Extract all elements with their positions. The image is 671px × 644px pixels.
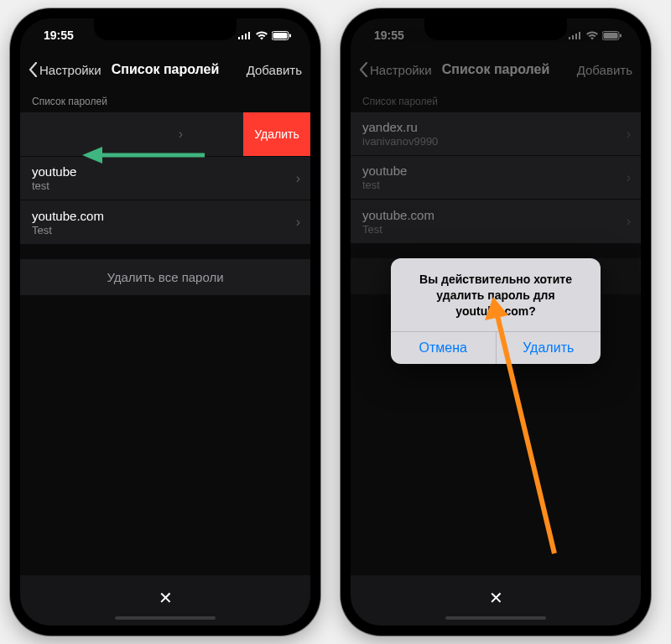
battery-icon xyxy=(272,31,292,40)
chevron-right-icon: › xyxy=(296,171,300,186)
alert-cancel-button[interactable]: Отмена xyxy=(391,332,497,364)
wifi-icon xyxy=(255,31,268,40)
row-subtitle: test xyxy=(32,179,299,192)
nav-back-label: Настройки xyxy=(39,63,101,77)
bottom-toolbar: ✕ xyxy=(20,575,310,626)
row-title: youtube.com xyxy=(32,209,299,223)
alert-confirm-button[interactable]: Удалить xyxy=(497,332,601,364)
signal-icon xyxy=(238,31,252,39)
phone-right: 19:55 Настройки Список паролей Добавить xyxy=(341,8,651,636)
row-subtitle: Test xyxy=(32,224,299,236)
notch xyxy=(94,18,237,40)
nav-title: Список паролей xyxy=(112,62,220,77)
row-title: youtube xyxy=(32,164,299,179)
nav-back[interactable]: Настройки xyxy=(29,62,101,77)
nav-bar: Настройки Список паролей Добавить xyxy=(20,52,310,87)
row-subtitle: ov9990 xyxy=(20,136,250,148)
svg-rect-5 xyxy=(273,33,288,39)
chevron-right-icon: › xyxy=(296,215,300,230)
svg-rect-0 xyxy=(238,37,240,39)
list-item[interactable]: ru ov9990 › Удалить xyxy=(20,112,310,157)
status-time: 19:55 xyxy=(44,29,74,42)
chevron-left-icon xyxy=(29,62,38,77)
list-item[interactable]: youtube test › xyxy=(20,157,310,200)
nav-action[interactable]: Добавить xyxy=(247,63,302,77)
password-list: ru ov9990 › Удалить youtube test › youtu… xyxy=(20,112,310,244)
svg-rect-3 xyxy=(248,32,250,39)
home-indicator xyxy=(115,616,216,620)
swipe-delete-button[interactable]: Удалить xyxy=(243,112,310,156)
phone-left: 19:55 Настройки Список паролей Добавить xyxy=(10,8,320,636)
svg-rect-1 xyxy=(242,35,243,39)
close-icon[interactable]: ✕ xyxy=(159,588,173,608)
section-header: Список паролей xyxy=(20,87,310,112)
list-item[interactable]: youtube.com Test › xyxy=(20,200,310,244)
alert-message: Вы действительно хотите удалить пароль д… xyxy=(391,258,601,331)
modal-overlay: Вы действительно хотите удалить пароль д… xyxy=(351,18,641,626)
chevron-right-icon: › xyxy=(179,127,183,142)
svg-rect-2 xyxy=(245,34,247,39)
svg-rect-6 xyxy=(289,34,291,37)
delete-all-button[interactable]: Удалить все пароли xyxy=(20,259,310,295)
confirm-delete-alert: Вы действительно хотите удалить пароль д… xyxy=(391,258,601,364)
row-title: ru xyxy=(20,121,250,135)
